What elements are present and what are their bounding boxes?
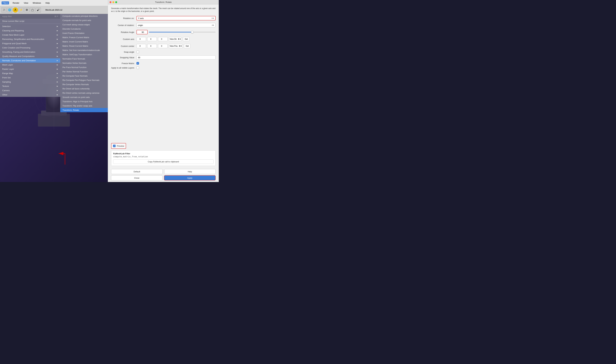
maximize-button-traffic[interactable] <box>115 1 117 3</box>
close-button[interactable]: Close <box>111 175 163 181</box>
menu-camera[interactable]: Camera ▶ <box>0 88 60 92</box>
menu-smoothing[interactable]: Smoothing, Fairing and Deformation ▶ <box>0 50 60 54</box>
toolbar-btn-paint[interactable]: 🖌 <box>36 7 41 13</box>
pymeshlab-section: PyMeshLab Filter compute_matrix_from_rot… <box>111 150 216 166</box>
toolbar-btn-lightning[interactable]: ⚡ <box>18 7 24 13</box>
submenu-smooth-normals[interactable]: Smooth normals on point sets <box>60 95 108 99</box>
menu-texture[interactable]: Texture ▶ <box>0 84 60 88</box>
custom-axis-label: Custom axis <box>111 38 137 40</box>
menu-other[interactable]: Other ▶ <box>0 92 60 97</box>
menu-view[interactable]: View <box>23 1 29 4</box>
snap-angle-checkbox[interactable] <box>137 51 139 53</box>
submenu-per-vertex-function[interactable]: Per Vertex Normal Function <box>60 69 108 74</box>
help-button[interactable]: Help <box>164 169 216 174</box>
dialog-title: Transform: Rotate <box>110 1 217 3</box>
default-button[interactable]: Default <box>111 169 163 174</box>
snap-angle-label: Snap angle <box>111 51 137 53</box>
menu-windows[interactable]: Windows <box>32 1 42 4</box>
submenu-reorient-vertex[interactable]: Re-Orient vertex normals using cameras <box>60 91 108 95</box>
menu-selection[interactable]: Selection ▶ <box>0 24 60 28</box>
submenu-per-face-function[interactable]: Per Face Normal Function <box>60 65 108 69</box>
toolbar-btn-align[interactable] <box>30 7 35 13</box>
menu-remeshing[interactable]: Remeshing, Simplification and Reconstruc… <box>0 37 60 41</box>
preview-checkbox[interactable] <box>113 145 115 147</box>
submenu-invert-matrix[interactable]: Matrix: Invert Current Matrix <box>60 39 108 44</box>
custom-center-z-input[interactable] <box>158 44 168 48</box>
rotation-angle-input[interactable] <box>137 30 148 34</box>
menu-mesh-layer[interactable]: Mesh Layer ▶ <box>0 63 60 67</box>
menu-polygonal[interactable]: Polygonal and Quad Mesh ▶ <box>0 41 60 46</box>
menu-normals[interactable]: Normals, Curvatures and Orientation ▶ <box>0 58 60 63</box>
footer-row-2: Close Apply <box>111 175 216 181</box>
custom-center-y-input[interactable] <box>147 44 157 48</box>
apply-filter-shortcut: ⌘ P <box>54 15 58 18</box>
submenu-normalize-face[interactable]: Normalize Face Normals <box>60 57 108 61</box>
submenu-flip-swap[interactable]: Transform: Flip and/or swap axis <box>60 104 108 108</box>
custom-axis-x-input[interactable] <box>137 37 146 41</box>
custom-center-direction-select[interactable]: View Pos. ⬆⬇ <box>169 44 182 48</box>
apply-button[interactable]: Apply <box>164 175 216 181</box>
custom-axis-z-input[interactable] <box>158 37 168 41</box>
freeze-matrix-checkbox[interactable] <box>137 62 139 65</box>
submenu-recompute-vertex[interactable]: Re-Compute Vertex Normals <box>60 82 108 87</box>
toolbar-btn-user[interactable]: A <box>13 7 18 13</box>
submenu-set-copy-transform[interactable]: Matrix: Set/Copy Transformation <box>60 52 108 57</box>
menu-range-map[interactable]: Range Map ▶ <box>0 71 60 76</box>
arrow-icon: ▶ <box>57 34 58 36</box>
menu-new-mesh[interactable]: Create New Mesh Layer ▶ <box>0 33 60 37</box>
submenu-transform-rotate[interactable]: Transform: Rotate <box>60 108 108 112</box>
custom-axis-get-button[interactable]: Get <box>183 37 189 41</box>
content-area: Apply filter ⌘ P Show current filter scr… <box>0 14 108 182</box>
menu-bar: Filters Render View Windows Help <box>0 0 108 6</box>
apply-all-checkbox[interactable] <box>137 66 139 69</box>
menu-filters[interactable]: Filters <box>1 1 9 4</box>
custom-center-get-button[interactable]: Get <box>184 44 190 48</box>
submenu-curvature-principal[interactable]: Compute curvature principal directions <box>60 14 108 18</box>
svg-line-2 <box>3 10 4 11</box>
submenu-recompute-face[interactable]: Re-Compute Face Normals <box>60 74 108 78</box>
menu-help[interactable]: Help <box>44 1 51 4</box>
submenu-normalize-vertex[interactable]: Normalize Vertex Normals <box>60 61 108 65</box>
center-of-rotation-select[interactable]: origin ⬆⬇ <box>137 23 216 27</box>
submenu-reset-matrix[interactable]: Matrix: Reset Current Matrix <box>60 44 108 48</box>
custom-center-x-input[interactable] <box>137 44 146 48</box>
snapping-value-row: Snapping Value <box>111 55 216 60</box>
submenu-compute-normals-point[interactable]: Compute normals for point sets <box>60 18 108 23</box>
toolbar-btn-axes[interactable] <box>1 7 7 13</box>
menu-point-set[interactable]: Point Set ▶ <box>0 76 60 80</box>
arrow-icon: ▶ <box>57 81 58 83</box>
submenu-cut-mesh[interactable]: Cut mesh along crease edges <box>60 23 108 27</box>
snap-angle-row: Snap angle <box>111 51 216 53</box>
rotation-on-select[interactable]: Y axis ⬆⬇ <box>137 16 216 20</box>
rotation-angle-slider[interactable] <box>149 32 216 32</box>
submenu-align-principal[interactable]: Transform: Align to Principal Axis <box>60 99 108 104</box>
custom-axis-y-input[interactable] <box>147 37 157 41</box>
custom-axis-direction-select[interactable]: View Dir. ⬆⬇ <box>169 37 182 41</box>
snapping-value-input[interactable] <box>137 55 216 60</box>
menu-render[interactable]: Render <box>12 1 20 4</box>
snapping-value-label: Snapping Value <box>111 56 137 59</box>
close-button-traffic[interactable] <box>110 1 112 3</box>
menu-quality[interactable]: Quality Measure and Computations ▶ <box>0 54 60 58</box>
menu-color[interactable]: Color Creation and Processing ▶ <box>0 46 60 50</box>
submenu-invert-faces[interactable]: Invert Faces Orientation <box>60 31 108 35</box>
copy-pymeshlab-button[interactable]: Copy PyMeshLab call to clipboard <box>113 159 213 164</box>
menu-cleaning[interactable]: Cleaning and Repairing ▶ <box>0 28 60 33</box>
submenu-set-from-trans[interactable]: Matrix: Set from translation/rotation/sc… <box>60 48 108 52</box>
menu-sampling[interactable]: Sampling ▶ <box>0 80 60 84</box>
toolbar-btn-globe[interactable]: 🌐 <box>7 7 12 13</box>
toolbar-btn-settings[interactable]: ⚙ <box>24 7 29 13</box>
show-script-item[interactable]: Show current filter script <box>0 19 60 23</box>
minimize-button-traffic[interactable] <box>112 1 114 3</box>
rotation-angle-row: Rotation Angle <box>111 30 216 35</box>
freeze-matrix-row: Freeze Matrix <box>111 62 216 65</box>
submenu-recompute-per-polygon[interactable]: Re-Compute Per-Polygon Face Normals <box>60 78 108 82</box>
submenu-freeze-matrix[interactable]: Matrix: Freeze Current Matrix <box>60 35 108 39</box>
footer-row-1: Default Help <box>111 169 216 174</box>
menu-raster[interactable]: Raster Layer ▶ <box>0 67 60 71</box>
preview-checkbox-row[interactable]: Preview <box>111 143 126 149</box>
dialog-footer: Default Help Close Apply <box>108 168 219 182</box>
submenu-reorient-all[interactable]: Re-Orient all faces coherently <box>60 87 108 91</box>
submenu-discrete-curvatures[interactable]: Discrete Curvatures <box>60 27 108 31</box>
select-small-arrow: ⬆⬇ <box>178 38 181 40</box>
